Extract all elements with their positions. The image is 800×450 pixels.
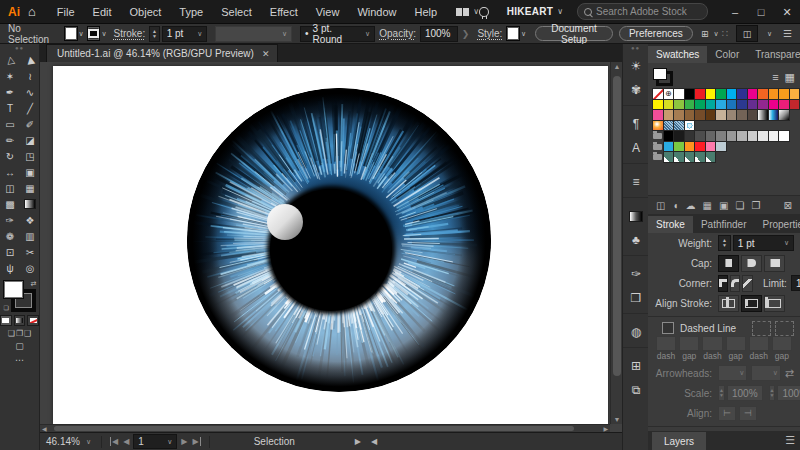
- paintbrush-tool[interactable]: ✐: [20, 116, 40, 132]
- new-swatch-icon[interactable]: ❐: [751, 200, 760, 211]
- close-button[interactable]: ✕: [774, 0, 800, 24]
- swatch[interactable]: [706, 152, 716, 162]
- swatch[interactable]: [664, 142, 674, 152]
- horizontal-scrollbar[interactable]: ◀ ▶: [40, 424, 610, 432]
- swatch[interactable]: [674, 152, 684, 162]
- color-themes-icon[interactable]: ◖: [672, 200, 678, 211]
- swap-fill-stroke-icon[interactable]: ⇄: [31, 280, 37, 288]
- artboards-panel-icon[interactable]: ⊞: [623, 354, 649, 378]
- home-icon[interactable]: ⌂: [28, 4, 36, 19]
- minimize-button[interactable]: –: [722, 0, 748, 24]
- layers-menu-icon[interactable]: ☰: [785, 434, 800, 450]
- fill-swatch[interactable]: [3, 280, 24, 299]
- swatch[interactable]: [706, 131, 716, 141]
- align-stroke-center-button[interactable]: [718, 295, 739, 312]
- swatch[interactable]: [695, 110, 705, 120]
- menu-effect[interactable]: Effect: [261, 6, 307, 18]
- perspective-grid-tool[interactable]: ▦: [20, 180, 40, 196]
- strip-grip[interactable]: ●●: [623, 44, 648, 52]
- workspace-switcher-icon[interactable]: ◫: [736, 25, 758, 42]
- swatch[interactable]: [706, 100, 716, 110]
- toolbar-grip[interactable]: ●●: [0, 44, 39, 52]
- tab-pathfinder[interactable]: Pathfinder: [693, 216, 755, 233]
- document-tab[interactable]: Untitled-1.ai @ 46.14% (RGB/GPU Preview)…: [46, 44, 278, 62]
- dashed-line-checkbox[interactable]: [662, 322, 674, 334]
- type-tool[interactable]: T: [0, 100, 20, 116]
- color-group-folder-icon[interactable]: [653, 131, 663, 141]
- style-link[interactable]: Style:: [477, 28, 502, 39]
- stroke-weight-field[interactable]: 1 pt∨: [162, 26, 208, 42]
- artboard-navigation-field[interactable]: 1∨: [133, 434, 177, 449]
- swatch[interactable]: [664, 131, 674, 141]
- menu-view[interactable]: View: [307, 6, 349, 18]
- swatch[interactable]: [685, 110, 695, 120]
- weight-stepper[interactable]: ▲▼: [718, 235, 731, 251]
- lasso-tool[interactable]: ≀: [20, 68, 40, 84]
- swatch[interactable]: [653, 100, 663, 110]
- swatch[interactable]: [653, 89, 663, 99]
- tab-color[interactable]: Color: [707, 46, 747, 63]
- style-chevron[interactable]: ∨: [521, 30, 526, 38]
- free-transform-tool[interactable]: ▣: [20, 164, 40, 180]
- swatch[interactable]: [737, 89, 747, 99]
- stroke-color-chip[interactable]: [87, 26, 101, 41]
- vertical-scrollbar[interactable]: ▲ ▼: [610, 62, 622, 424]
- swatch[interactable]: [685, 131, 695, 141]
- swatch[interactable]: [695, 131, 705, 141]
- last-artboard-icon[interactable]: ▶: [193, 437, 201, 446]
- swatch[interactable]: [674, 142, 684, 152]
- swatch[interactable]: [758, 131, 768, 141]
- tab-swatches[interactable]: Swatches: [648, 46, 707, 63]
- account-name[interactable]: HIKEART: [507, 6, 554, 17]
- swatch-libraries-icon[interactable]: ◫: [656, 200, 665, 211]
- next-artboard-icon[interactable]: ▶: [181, 437, 187, 446]
- brush-definition-dropdown[interactable]: • 3 pt. Round ∨: [300, 26, 375, 42]
- eraser-tool[interactable]: ◪: [20, 132, 40, 148]
- hand-tool[interactable]: ψ: [0, 260, 20, 276]
- swatch[interactable]: [769, 100, 779, 110]
- color-mode-button[interactable]: [0, 315, 12, 326]
- app-logo[interactable]: Ai: [8, 5, 20, 19]
- artboard-tool[interactable]: ⊡: [0, 244, 20, 260]
- draw-inside-icon[interactable]: ❑: [24, 329, 31, 338]
- tab-properties[interactable]: Properties: [755, 216, 800, 233]
- swatch[interactable]: [748, 89, 758, 99]
- swatch[interactable]: [706, 89, 716, 99]
- width-tool[interactable]: ↔: [0, 164, 20, 180]
- zoom-level[interactable]: 46.14%: [46, 436, 80, 447]
- swatch[interactable]: [716, 110, 726, 120]
- swatch[interactable]: [685, 89, 695, 99]
- tab-transparency[interactable]: Transparency: [747, 46, 800, 63]
- color-group-folder-icon[interactable]: [653, 142, 663, 152]
- swatch[interactable]: [716, 89, 726, 99]
- swatch[interactable]: [737, 110, 747, 120]
- more-options-chevron[interactable]: ❯: [462, 29, 470, 39]
- color-guide-panel-icon[interactable]: ✾: [623, 78, 649, 102]
- swatch[interactable]: [695, 100, 705, 110]
- align-options-chevron[interactable]: ∨: [713, 30, 718, 38]
- swatch[interactable]: [727, 100, 737, 110]
- menu-type[interactable]: Type: [170, 6, 212, 18]
- discover-lightbulb-icon[interactable]: [479, 7, 489, 17]
- paragraph-panel-icon[interactable]: ¶: [623, 112, 649, 136]
- fill-color-chip[interactable]: [64, 26, 78, 41]
- stroke-chevron[interactable]: ∨: [101, 30, 106, 38]
- swatch[interactable]: [737, 131, 747, 141]
- swatch[interactable]: ⊕: [664, 89, 674, 99]
- libraries-sync-icon[interactable]: ☁: [686, 200, 696, 211]
- adobe-stock-search-input[interactable]: Search Adobe Stock: [577, 3, 708, 20]
- fill-stroke-control[interactable]: ⇄ ❏: [3, 280, 37, 312]
- slice-tool[interactable]: ✂: [20, 244, 40, 260]
- scale-tool[interactable]: ◳: [20, 148, 40, 164]
- panel-menu-icon[interactable]: ☰: [783, 28, 792, 39]
- tab-close-icon[interactable]: ✕: [262, 49, 270, 59]
- status-back-icon[interactable]: ◀: [371, 437, 377, 446]
- horizontal-scroll-thumb[interactable]: [54, 426, 574, 431]
- swatch[interactable]: [769, 89, 779, 99]
- account-chevron[interactable]: ∨: [557, 7, 563, 16]
- align-stroke-inside-button[interactable]: [741, 295, 762, 312]
- align-options-icon[interactable]: ⊞: [701, 29, 709, 39]
- menu-help[interactable]: Help: [406, 6, 447, 18]
- grid-view-icon[interactable]: ▦: [785, 71, 795, 84]
- swatch[interactable]: [790, 100, 800, 110]
